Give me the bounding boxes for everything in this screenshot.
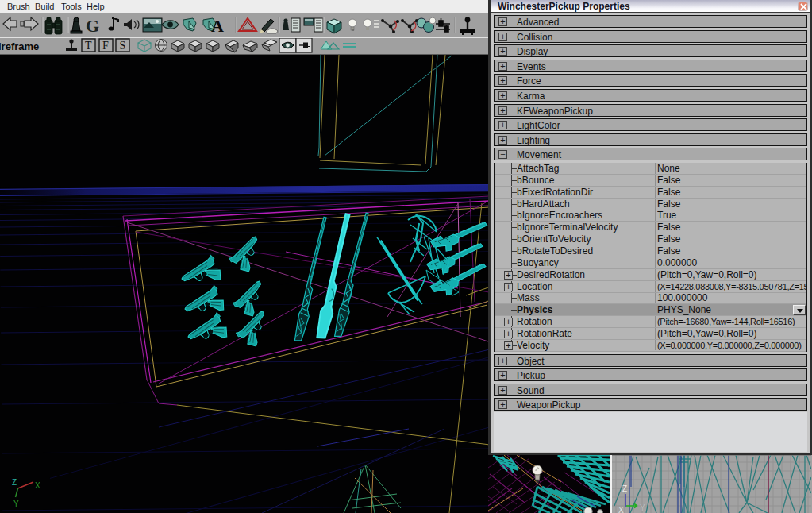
svg-text:Z: Z [12,478,17,487]
svg-text:Y: Y [640,503,645,512]
svg-text:A: A [211,16,224,36]
svg-text:Z: Z [622,484,627,493]
svg-text:T: T [85,40,92,52]
svg-text:F: F [102,40,109,52]
svg-text:G: G [86,16,99,36]
svg-text:S: S [120,40,126,52]
svg-text:X: X [618,506,624,513]
svg-text:X: X [35,481,40,490]
svg-text:Y: Y [13,499,19,508]
